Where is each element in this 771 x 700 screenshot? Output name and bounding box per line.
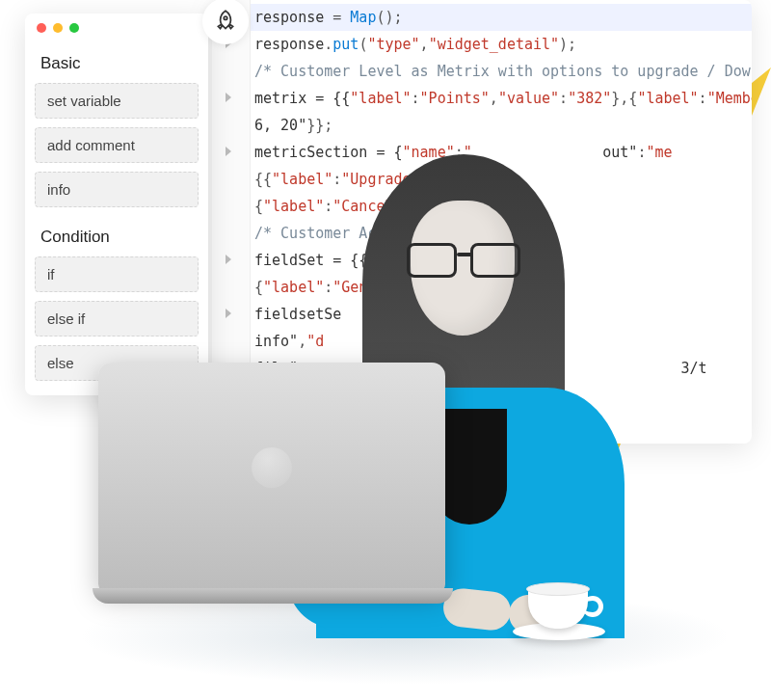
laptop-illustration [98, 363, 453, 623]
sidebar-window: Basic set variable add comment info Cond… [25, 13, 208, 395]
section-title-condition: Condition [25, 216, 208, 256]
item-else-if[interactable]: else if [35, 301, 199, 337]
section-title-basic: Basic [25, 42, 208, 83]
window-minimize-icon[interactable] [53, 23, 63, 33]
window-close-icon[interactable] [37, 23, 46, 33]
item-info[interactable]: info [35, 172, 199, 207]
item-set-variable[interactable]: set variable [35, 83, 199, 119]
window-zoom-icon[interactable] [69, 23, 79, 33]
item-add-comment[interactable]: add comment [35, 127, 199, 163]
window-traffic-lights [25, 13, 208, 42]
rocket-icon [202, 0, 249, 44]
svg-point-0 [224, 16, 226, 19]
coffee-cup [528, 582, 605, 640]
item-if[interactable]: if [35, 256, 199, 292]
glasses-icon [407, 243, 522, 282]
